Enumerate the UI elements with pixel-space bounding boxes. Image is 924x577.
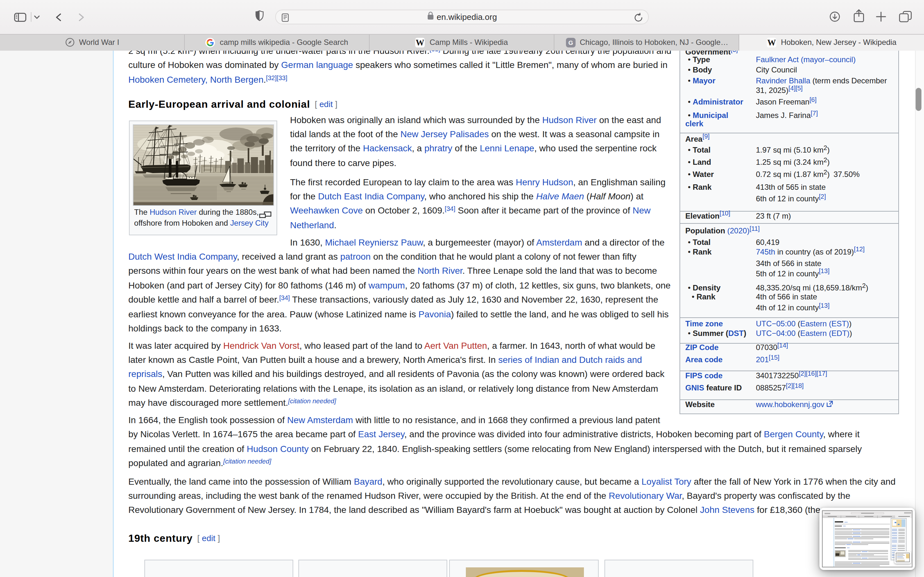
wiki-link[interactable]: John Stevens (700, 505, 754, 515)
back-button[interactable] (55, 13, 61, 21)
wiki-link[interactable]: German language (281, 60, 353, 70)
footnote-ref[interactable]: [15] (769, 353, 779, 363)
footnote-ref[interactable]: [2][18] (786, 381, 804, 391)
footnote-ref[interactable]: [34] (445, 202, 455, 216)
footnote-ref[interactable]: [11] (750, 224, 760, 234)
footnote-ref[interactable]: [34] (279, 291, 290, 306)
reload-icon[interactable] (634, 13, 643, 23)
wiki-link[interactable]: Area code (685, 355, 722, 364)
wiki-redlink[interactable]: Hendrick Van Vorst (223, 340, 300, 350)
footnote-ref[interactable]: [6] (809, 95, 817, 105)
wiki-link[interactable]: Faulkner Act (mayor–council) (756, 55, 856, 64)
wiki-link[interactable]: 745th (756, 247, 775, 256)
wiki-link[interactable]: Loyalist Tory (642, 476, 691, 486)
tab-1[interactable]: World War I (0, 34, 185, 50)
footnote-ref[interactable]: [10] (720, 209, 730, 219)
wiki-link[interactable]: Hudson River (542, 114, 597, 125)
share-icon[interactable] (853, 9, 864, 23)
wiki-link[interactable]: Bergen County (764, 429, 823, 440)
wiki-link[interactable]: Jersey City (230, 219, 268, 227)
wiki-link[interactable]: FIPS code (685, 371, 722, 380)
forward-button[interactable] (78, 13, 85, 21)
tab-2[interactable]: camp mills wikipedia - Google Search (185, 34, 370, 50)
wiki-link[interactable]: Hudson County (247, 444, 309, 454)
tab-4[interactable]: GChicago, Illinois to Hoboken, NJ - Goog… (554, 34, 739, 50)
wiki-link[interactable]: Weehawken Cove (290, 205, 363, 216)
address-bar[interactable]: en.wikipedia.org (275, 9, 649, 24)
wiki-link[interactable]: Hoboken Cemetery, North Bergen (128, 74, 263, 85)
gallery-image[interactable] (466, 567, 584, 577)
wiki-link[interactable]: New Jersey Palisades (401, 129, 489, 139)
screenshot-preview-overlay[interactable] (819, 508, 915, 570)
footnote-ref[interactable]: [9] (702, 132, 709, 142)
footnote-ref[interactable]: [32][33] (266, 71, 287, 85)
tab-title: camp mills wikipedia - Google Search (220, 38, 348, 47)
footnote-ref[interactable]: [14] (777, 340, 788, 351)
wiki-link[interactable]: Municipal (693, 111, 728, 120)
privacy-shield-icon[interactable] (255, 10, 264, 21)
wiki-link[interactable]: Time zone (685, 319, 723, 328)
tab-3[interactable]: WCamp Mills - Wikipedia (370, 34, 554, 50)
wiki-link[interactable]: Hackensack (363, 143, 412, 153)
wiki-link[interactable]: Dutch East India Company (318, 191, 424, 201)
wiki-link[interactable]: North River (417, 266, 462, 276)
footnote-ref[interactable]: [13] (819, 266, 829, 277)
footnote-ref[interactable]: [4][5] (788, 83, 803, 93)
downloads-icon[interactable] (830, 11, 840, 22)
wiki-link[interactable]: Dutch West India Company (128, 251, 237, 261)
wiki-link[interactable]: Bayard (354, 476, 383, 486)
wiki-link[interactable]: Eastern (EST) (800, 319, 849, 328)
wiki-link[interactable]: DST (728, 329, 744, 338)
wiki-link[interactable]: Amsterdam (536, 237, 582, 247)
url-text[interactable]: en.wikipedia.org (437, 12, 497, 22)
wiki-link[interactable]: 201 (756, 355, 769, 364)
wiki-link[interactable]: New Amsterdam (287, 415, 353, 425)
wiki-link[interactable]: patroon (340, 251, 371, 261)
citation-needed[interactable]: [citation needed] (223, 455, 271, 469)
wiki-link[interactable]: clerk (685, 119, 703, 128)
wiki-link[interactable]: GNIS (685, 384, 704, 392)
wiki-link[interactable]: ZIP Code (685, 343, 719, 352)
footnote-ref[interactable]: [2] (819, 192, 826, 202)
wiki-link[interactable]: Mayor (693, 76, 716, 85)
wiki-link[interactable]: Administrator (693, 97, 743, 106)
wiki-link[interactable]: Pavonia (418, 309, 451, 319)
wiki-link[interactable]: reprisals (128, 369, 162, 379)
edit-link[interactable]: edit (202, 533, 215, 543)
sidebar-chevron-icon[interactable] (34, 15, 40, 19)
wiki-link[interactable]: Revolutionary War (609, 490, 682, 501)
footnote-ref[interactable]: [2][16][17] (799, 369, 827, 379)
wiki-link[interactable]: Henry Hudson (515, 177, 573, 187)
new-tab-icon[interactable] (876, 11, 886, 22)
wiki-link[interactable]: Hudson River (150, 207, 197, 216)
wiki-redlink[interactable]: Aert Van Putten (424, 340, 487, 350)
wiki-link[interactable]: Eastern (EDT) (800, 329, 849, 338)
edit-link[interactable]: edit (319, 99, 333, 109)
wiki-link[interactable]: UTC−05:00 (756, 319, 796, 328)
scrollbar-track[interactable] (915, 50, 924, 577)
wiki-link[interactable]: (2020) (727, 226, 750, 235)
footnote-ref[interactable]: [7] (811, 108, 818, 119)
scrollbar-handle[interactable] (916, 88, 921, 111)
tab-overview-icon[interactable] (899, 11, 912, 23)
wiki-link[interactable]: Lenni Lenape (480, 143, 534, 153)
footnote-ref[interactable]: [3] (731, 50, 738, 55)
wiki-link[interactable]: www.hobokennj.gov (756, 400, 825, 409)
infobox-item: GNIS feature ID (685, 384, 742, 394)
wiki-link[interactable]: Halve Maen (536, 191, 584, 201)
wiki-link[interactable]: East Jersey (358, 429, 404, 440)
wiki-link[interactable]: series of Indian and Dutch raids and (498, 355, 642, 365)
wiki-link[interactable]: wampum (368, 280, 405, 290)
wiki-link[interactable]: Netherland (290, 219, 334, 230)
hudson-river-engraving[interactable] (132, 124, 274, 206)
sidebar-toggle-icon[interactable] (14, 13, 26, 21)
footnote-ref[interactable]: [13] (819, 301, 829, 311)
tab-5[interactable]: WHoboken, New Jersey - Wikipedia (739, 34, 924, 50)
wiki-link[interactable]: Michael Reyniersz Pauw (325, 237, 423, 247)
footnote-ref[interactable]: [31] (430, 50, 440, 56)
footnote-ref[interactable]: [12] (854, 245, 865, 255)
citation-needed[interactable]: [citation needed] (288, 394, 336, 409)
wiki-link[interactable]: New (633, 205, 651, 216)
wiki-link[interactable]: UTC−04:00 (756, 329, 796, 338)
wiki-link[interactable]: phratry (425, 143, 452, 153)
